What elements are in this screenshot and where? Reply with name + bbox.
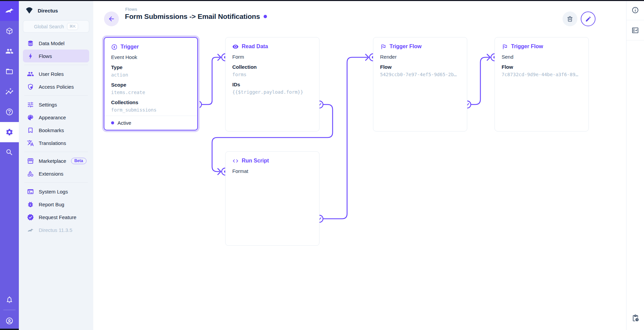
module-content[interactable] — [0, 21, 19, 41]
module-search[interactable] — [0, 142, 19, 162]
fact-check-icon — [632, 27, 639, 34]
sidebar-divider — [24, 152, 88, 152]
sidebar-item-label: Data Model — [39, 40, 65, 46]
people-icon — [5, 47, 13, 55]
sidebar-item-translations[interactable]: Translations — [23, 137, 89, 149]
sidebar-item-data-model[interactable]: Data Model — [23, 37, 89, 50]
module-bar — [0, 0, 19, 330]
card-type: Run Script — [242, 158, 269, 164]
field-value: action — [111, 71, 191, 79]
field-value: form_submissions — [111, 106, 191, 114]
module-settings[interactable] — [0, 122, 19, 142]
flow-card-read-data[interactable]: Read Data Form Collection forms IDs {{$t… — [225, 37, 319, 131]
shield-icon — [27, 83, 34, 90]
sidebar-info-button[interactable] — [626, 0, 644, 20]
sidebar-item-label: Settings — [39, 102, 57, 108]
gear-icon — [5, 128, 13, 136]
project-logo-icon — [25, 6, 34, 15]
active-status-dot — [111, 121, 114, 124]
help-icon — [5, 108, 13, 116]
sidebar-item-extensions[interactable]: Extensions — [23, 167, 89, 180]
sidebar-item-request-feature[interactable]: Request Feature — [23, 211, 89, 223]
eye-icon — [232, 43, 239, 50]
sidebar-item-label: Marketplace — [39, 158, 66, 164]
people-icon — [27, 70, 34, 78]
field-label: Flow — [502, 63, 582, 71]
flow-card-trigger[interactable]: Trigger Event Hook Type action Scope ite… — [104, 37, 198, 130]
flag-icon — [380, 43, 386, 50]
project-name: Directus — [38, 8, 58, 13]
directus-version: Directus 11.3.5 — [23, 223, 89, 236]
cube-icon — [5, 27, 13, 35]
sidebar-item-bookmarks[interactable]: Bookmarks — [23, 124, 89, 137]
notifications-button[interactable] — [0, 290, 19, 310]
sidebar-item-label: Request Feature — [39, 214, 76, 220]
sidebar-item-label: Translations — [39, 140, 66, 146]
account-icon — [5, 317, 13, 325]
field-value: forms — [232, 71, 312, 78]
rabbit-logo-icon — [4, 5, 14, 16]
module-users[interactable] — [0, 41, 19, 61]
field-label: IDs — [232, 81, 312, 88]
terminal-icon — [27, 188, 34, 195]
bug-icon — [27, 201, 34, 208]
account-button[interactable] — [0, 311, 19, 330]
card-type: Trigger Flow — [389, 43, 421, 50]
sidebar-notices-button[interactable] — [626, 20, 644, 40]
sidebar-item-label: System Logs — [39, 189, 68, 194]
sidebar-item-marketplace[interactable]: Marketplace Beta — [23, 154, 89, 167]
field-value: {{$trigger.payload.form}} — [232, 88, 312, 96]
sidebar-item-appearance[interactable]: Appearance — [23, 111, 89, 124]
wire-render-to-send — [467, 57, 489, 104]
sidebar-divider — [24, 65, 88, 65]
folder-icon — [5, 67, 13, 76]
flow-card-trigger-flow-send[interactable]: Trigger Flow Send Flow 7c8732cd-9d9e-44b… — [495, 37, 589, 131]
sidebar-item-settings[interactable]: Settings — [23, 98, 89, 111]
palette-icon — [27, 114, 34, 121]
sidebar-item-report-bug[interactable]: Report Bug — [23, 198, 89, 211]
settings-sidebar: Directus Global Search ⌘K Data Model Flo… — [19, 0, 93, 330]
module-bar-divider — [3, 310, 15, 310]
module-help[interactable] — [0, 102, 19, 122]
pending-revisions-button[interactable] — [626, 314, 644, 322]
status-badge: Active — [117, 120, 131, 126]
beta-badge: Beta — [71, 158, 87, 164]
database-icon — [27, 40, 34, 47]
flow-card-run-script[interactable]: Run Script Format — [225, 151, 319, 246]
sidebar-item-access-policies[interactable]: Access Policies — [23, 80, 89, 93]
sidebar-item-label: Bookmarks — [39, 127, 64, 133]
tune-icon — [27, 101, 34, 108]
storefront-icon — [27, 157, 34, 164]
card-name: Format — [232, 168, 312, 175]
sidebar-item-flows[interactable]: Flows — [23, 50, 89, 62]
sidebar-divider — [24, 182, 88, 183]
field-label: Collections — [111, 99, 191, 106]
flow-canvas[interactable]: Trigger Event Hook Type action Scope ite… — [93, 0, 626, 330]
right-sidebar — [626, 0, 644, 330]
sidebar-item-label: Access Policies — [39, 84, 74, 90]
flow-card-trigger-flow-render[interactable]: Trigger Flow Render Flow 5429ccb0-7e97-4… — [373, 37, 467, 131]
module-insights[interactable] — [0, 82, 19, 102]
window-bottom-edge — [0, 329, 19, 330]
sidebar-item-label: Appearance — [39, 115, 66, 120]
rabbit-gray-icon — [27, 227, 34, 234]
seal-check-icon — [27, 214, 34, 221]
field-value: 5429ccb0-7e97-4ef5-9d65-2b… — [380, 71, 460, 78]
translate-icon — [27, 140, 34, 147]
clipboard-clock-icon — [632, 314, 639, 322]
module-files[interactable] — [0, 61, 19, 82]
card-name: Event Hook — [111, 54, 191, 61]
directus-logo[interactable] — [0, 0, 19, 21]
field-label: Type — [111, 64, 191, 71]
sidebar-item-user-roles[interactable]: User Roles — [23, 67, 89, 80]
global-search-input[interactable]: Global Search ⌘K — [23, 20, 89, 33]
window-top-edge — [0, 0, 644, 1]
info-icon — [632, 6, 639, 14]
shapes-icon — [27, 170, 34, 177]
sidebar-item-label: Extensions — [39, 171, 63, 177]
field-label: Flow — [380, 63, 460, 71]
sidebar-item-label: Flows — [39, 53, 52, 59]
card-type: Trigger — [121, 44, 139, 50]
search-kbd-shortcut: ⌘K — [67, 23, 78, 30]
sidebar-item-system-logs[interactable]: System Logs — [23, 185, 89, 198]
